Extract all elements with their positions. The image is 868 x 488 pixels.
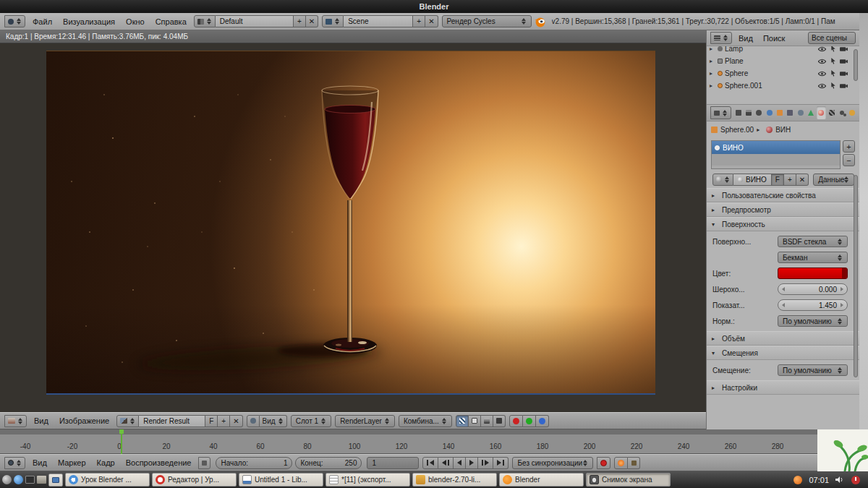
image-name-field[interactable]: Render Result xyxy=(139,415,205,427)
tab-render[interactable] xyxy=(733,106,743,119)
menu-window[interactable]: Окно xyxy=(121,17,150,26)
start-menu-icon[interactable] xyxy=(2,475,12,484)
expand-icon[interactable]: ▸ xyxy=(710,46,715,52)
browser-launcher-icon[interactable] xyxy=(14,475,23,484)
image-editor-canvas[interactable] xyxy=(0,43,706,412)
tray-app-icon[interactable] xyxy=(793,476,802,484)
render-camera-icon[interactable] xyxy=(840,70,848,77)
prev-keyframe-button[interactable] xyxy=(438,457,454,469)
selectability-cursor-icon[interactable] xyxy=(829,58,837,64)
visibility-eye-icon[interactable] xyxy=(818,82,826,89)
panel-custom-properties[interactable]: ▸ Пользовательские свойства xyxy=(707,188,859,202)
lock-time-toggle[interactable] xyxy=(198,457,210,469)
end-frame-field[interactable]: Конец: 250 xyxy=(295,457,362,469)
visibility-eye-icon[interactable] xyxy=(818,70,826,77)
editor-type-outliner-button[interactable] xyxy=(710,32,732,44)
tab-modifiers[interactable] xyxy=(796,106,805,119)
material-slot-list[interactable]: ВИНО xyxy=(711,140,841,169)
scene-delete-button[interactable]: ✕ xyxy=(425,15,438,27)
draw-mode-toggle-3[interactable] xyxy=(493,415,506,427)
tab-world[interactable] xyxy=(765,106,774,119)
outliner-item-plane[interactable]: ▸ Plane xyxy=(707,55,859,67)
taskbar-window-6[interactable]: Blender xyxy=(499,473,584,487)
image-unlink-button[interactable]: ✕ xyxy=(230,415,242,427)
render-pass-dropdown[interactable]: Комбина... xyxy=(399,415,452,427)
outliner-menu-view[interactable]: Вид xyxy=(733,34,758,43)
volume-icon[interactable] xyxy=(835,476,845,484)
expand-icon[interactable]: ▸ xyxy=(710,70,715,77)
scene-add-button[interactable]: + xyxy=(413,15,425,27)
selectability-cursor-icon[interactable] xyxy=(829,70,837,77)
expand-icon[interactable]: ▸ xyxy=(710,58,715,64)
render-camera-icon[interactable] xyxy=(840,58,848,64)
tab-render-layers[interactable] xyxy=(744,106,753,119)
color-swatch[interactable] xyxy=(778,267,848,279)
record-button[interactable] xyxy=(597,457,610,469)
timeline-menu-playback[interactable]: Воспроизведение xyxy=(121,458,197,467)
tab-material[interactable] xyxy=(817,106,826,119)
keying-options-button[interactable] xyxy=(628,457,640,469)
image-menu-view[interactable]: Вид xyxy=(29,416,54,425)
properties-scrollbar[interactable] xyxy=(854,175,858,377)
tab-texture[interactable] xyxy=(827,106,836,119)
view-mode-dropdown[interactable]: Вид xyxy=(260,415,287,427)
taskbar-window-5[interactable]: blender-2.70-li... xyxy=(412,473,497,487)
tab-particles[interactable] xyxy=(837,106,846,119)
slot-dropdown[interactable]: Слот 1 xyxy=(291,415,331,427)
selectability-cursor-icon[interactable] xyxy=(829,46,837,52)
tab-scene[interactable] xyxy=(754,106,764,119)
taskbar-window-4[interactable]: *[11] (экспорт... xyxy=(326,473,410,487)
tab-object-data[interactable] xyxy=(806,106,815,119)
data-link-dropdown[interactable]: Данные xyxy=(813,174,854,186)
panel-surface[interactable]: ▾ Поверхность xyxy=(707,217,859,231)
view-mode-icon-button[interactable] xyxy=(247,415,260,427)
tab-constraints[interactable] xyxy=(786,106,795,119)
surface-shader-dropdown[interactable]: BSDF стекла xyxy=(778,236,848,247)
files-launcher-icon[interactable] xyxy=(37,476,46,484)
material-name-field[interactable]: ВИНО xyxy=(733,174,772,186)
increment-arrow-icon[interactable] xyxy=(841,287,843,291)
outliner-scrollbar[interactable] xyxy=(854,49,858,81)
terminal-launcher-icon[interactable] xyxy=(25,476,35,484)
normal-dropdown[interactable]: По умолчанию xyxy=(778,315,848,327)
keying-set-button[interactable] xyxy=(614,457,628,469)
play-reverse-button[interactable] xyxy=(454,457,466,469)
checker-background-toggle[interactable] xyxy=(456,415,469,427)
editor-type-timeline-button[interactable] xyxy=(4,457,25,469)
outliner-item-sphere-001[interactable]: ▸ Sphere.001 xyxy=(707,80,859,92)
taskbar-window-3[interactable]: Untitled 1 - Lib... xyxy=(239,473,323,487)
breadcrumb-object[interactable]: Sphere.00 xyxy=(720,126,754,134)
image-add-button[interactable]: + xyxy=(218,415,230,427)
draw-mode-toggle-2[interactable] xyxy=(481,415,493,427)
editor-type-image-button[interactable] xyxy=(4,415,27,427)
tab-physics[interactable] xyxy=(848,106,857,119)
taskbar-window-2[interactable]: Редактор | Ур... xyxy=(152,473,237,487)
taskbar-window-1[interactable]: Урок Blender ... xyxy=(65,473,150,487)
start-frame-field[interactable]: Начало: 1 xyxy=(216,457,292,469)
render-camera-icon[interactable] xyxy=(840,46,848,52)
outliner-menu-search[interactable]: Поиск xyxy=(758,34,790,43)
outliner-item-sphere[interactable]: ▸ Sphere xyxy=(707,67,859,80)
timeline-menu-frame[interactable]: Кадр xyxy=(92,458,120,467)
av-sync-dropdown[interactable]: Без синхронизации xyxy=(512,457,593,469)
menu-file[interactable]: Файл xyxy=(27,17,57,26)
timeline-menu-marker[interactable]: Маркер xyxy=(53,458,91,467)
render-layer-dropdown[interactable]: RenderLayer xyxy=(335,415,395,427)
render-camera-icon[interactable] xyxy=(840,82,848,89)
current-frame-field[interactable]: 1 xyxy=(367,457,419,469)
blue-channel-button[interactable] xyxy=(536,415,549,427)
editor-type-properties-button[interactable] xyxy=(710,106,731,119)
visibility-eye-icon[interactable] xyxy=(818,58,826,64)
playhead[interactable] xyxy=(121,429,122,454)
outliner-item-lamp[interactable]: ▸ Lamp xyxy=(707,46,859,55)
green-channel-button[interactable] xyxy=(523,415,536,427)
jump-to-end-button[interactable] xyxy=(493,457,509,469)
red-channel-button[interactable] xyxy=(509,415,523,427)
material-add-button[interactable]: + xyxy=(784,174,796,186)
scene-browse-button[interactable] xyxy=(322,15,344,27)
material-fake-user-button[interactable]: F xyxy=(772,174,784,186)
show-desktop-button[interactable] xyxy=(48,474,63,487)
increment-arrow-icon[interactable] xyxy=(841,303,843,307)
breadcrumb-material[interactable]: ВИН xyxy=(775,126,791,134)
render-engine-dropdown[interactable]: Рендер Cycles xyxy=(442,15,532,27)
